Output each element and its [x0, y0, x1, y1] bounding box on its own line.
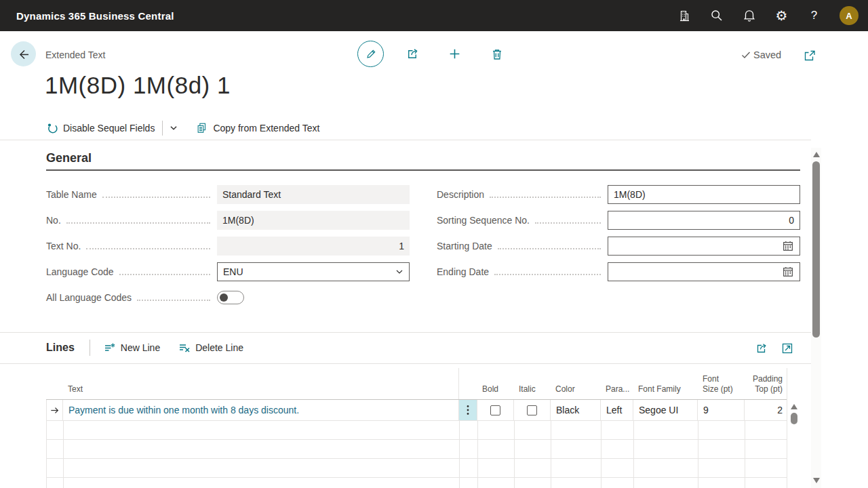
table-row-empty[interactable]: [47, 459, 787, 478]
bold-checkbox[interactable]: [490, 405, 500, 415]
cell-font-size[interactable]: 9: [698, 400, 745, 421]
col-header-color[interactable]: Color: [550, 384, 600, 399]
calendar-icon[interactable]: [782, 240, 794, 252]
ending-date-field[interactable]: [608, 262, 800, 281]
settings-icon[interactable]: ⚙: [774, 9, 789, 23]
back-arrow-icon: [17, 47, 31, 61]
col-header-padding-top[interactable]: Padding Top (pt): [744, 374, 787, 399]
cell-font-family[interactable]: Segoe UI: [633, 400, 698, 421]
all-language-codes-toggle[interactable]: [217, 291, 244, 304]
calendar-icon[interactable]: [782, 266, 794, 278]
share-icon: [755, 342, 768, 355]
grid-scroll-thumb[interactable]: [791, 413, 797, 424]
field-no: No. 1M(8D): [46, 207, 410, 233]
active-row-indicator: [47, 400, 63, 421]
delete-line-icon: [178, 342, 191, 354]
dotted-leader: [119, 274, 210, 275]
table-name-field[interactable]: Standard Text: [217, 185, 410, 204]
share-lines-button[interactable]: [755, 342, 768, 355]
page-scroll-down-button[interactable]: [813, 478, 820, 483]
open-in-new-window-button[interactable]: [803, 49, 816, 62]
saved-label: Saved: [753, 49, 781, 60]
col-header-menu: [458, 368, 477, 399]
cell-color[interactable]: Black: [551, 400, 601, 421]
new-button[interactable]: [448, 47, 462, 61]
top-bar: Dynamics 365 Business Central: [0, 0, 868, 31]
general-fields: Table Name Standard Text No. 1M(8D) Text…: [46, 182, 800, 310]
share-button[interactable]: [406, 47, 420, 61]
general-section-underline: [46, 169, 800, 171]
notifications-icon[interactable]: [742, 9, 756, 23]
chevron-down-icon[interactable]: [395, 268, 403, 276]
col-header-font-family[interactable]: Font Family: [633, 384, 697, 399]
new-line-button[interactable]: New Line: [103, 342, 160, 354]
field-ending-date: Ending Date: [437, 259, 800, 285]
language-code-select[interactable]: ENU: [217, 262, 410, 281]
col-header-bold[interactable]: Bold: [477, 384, 513, 399]
page-caption: Extended Text: [45, 49, 105, 60]
plus-icon: [448, 47, 462, 61]
page-actions: [357, 41, 504, 67]
cell-italic: [514, 400, 551, 421]
record-title: 1M(8D) 1M(8d) 1: [45, 72, 231, 99]
cell-para[interactable]: Left: [601, 400, 633, 421]
lines-table: Text Bold Italic Color Para... Font Fami…: [46, 368, 800, 488]
lines-section-header: Lines New Line Delete Line: [46, 332, 261, 363]
grid-scroll-up-button[interactable]: [791, 404, 797, 409]
action-separator: [162, 121, 163, 136]
lines-header-actions: [755, 342, 794, 355]
lines-heading: Lines: [46, 342, 75, 354]
cell-text[interactable]: Payment is due within one month with 8 d…: [63, 400, 459, 421]
col-header-para[interactable]: Para...: [600, 384, 633, 399]
table-row-empty[interactable]: [47, 421, 787, 440]
dotted-leader: [102, 197, 210, 198]
col-header-font-size[interactable]: Font Size (pt): [697, 374, 744, 399]
disable-sequel-fields-button[interactable]: Disable Sequel Fields: [46, 122, 155, 134]
popout-icon: [803, 49, 816, 62]
copy-from-extended-text-button[interactable]: Copy from Extended Text: [196, 122, 319, 134]
trash-icon: [490, 47, 504, 61]
general-section-heading[interactable]: General: [46, 151, 92, 165]
dotted-leader: [494, 274, 601, 275]
italic-checkbox[interactable]: [527, 405, 537, 415]
disable-sequel-fields-dropdown[interactable]: [169, 123, 178, 133]
page-scroll-thumb[interactable]: [812, 161, 820, 338]
app-title[interactable]: Dynamics 365 Business Central: [0, 10, 174, 22]
focus-mode-button[interactable]: [781, 342, 794, 355]
no-field[interactable]: 1M(8D): [217, 211, 410, 230]
dotted-leader: [490, 197, 601, 198]
chevron-down-icon: [169, 123, 178, 133]
field-text-no: Text No. 1: [46, 233, 410, 259]
vertical-dots-icon: [467, 405, 469, 415]
dotted-leader: [498, 248, 601, 249]
help-icon[interactable]: ?: [807, 9, 821, 23]
delete-line-button[interactable]: Delete Line: [178, 342, 243, 354]
starting-date-field[interactable]: [608, 237, 800, 256]
search-icon[interactable]: [709, 9, 724, 23]
cell-padding-top[interactable]: 2: [745, 400, 787, 421]
company-icon[interactable]: [677, 9, 691, 23]
table-row[interactable]: Payment is due within one month with 8 d…: [47, 400, 787, 421]
col-header-text[interactable]: Text: [62, 384, 458, 399]
table-row-empty[interactable]: [47, 478, 787, 488]
field-sorting-sequence-no: Sorting Sequence No. 0: [437, 207, 800, 233]
user-avatar[interactable]: A: [840, 6, 859, 25]
text-no-field[interactable]: 1: [217, 237, 410, 256]
copy-icon: [196, 122, 208, 134]
page-scroll-up-button[interactable]: [813, 152, 820, 157]
row-menu-button[interactable]: [459, 400, 477, 421]
delete-button[interactable]: [490, 47, 504, 61]
extended-text-page: Extended Text: [0, 31, 868, 488]
page-scrollbar[interactable]: [811, 148, 821, 488]
new-line-icon: [103, 342, 116, 354]
table-row-empty[interactable]: [47, 440, 787, 459]
edit-button[interactable]: [357, 41, 384, 67]
sorting-sequence-no-field[interactable]: 0: [608, 211, 800, 230]
check-icon: [741, 49, 751, 60]
field-starting-date: Starting Date: [437, 233, 800, 259]
col-header-italic[interactable]: Italic: [513, 384, 550, 399]
pencil-icon: [365, 48, 377, 60]
grid-scrollbar[interactable]: [787, 368, 800, 488]
description-field[interactable]: 1M(8D): [608, 185, 800, 204]
back-button[interactable]: [11, 41, 36, 66]
